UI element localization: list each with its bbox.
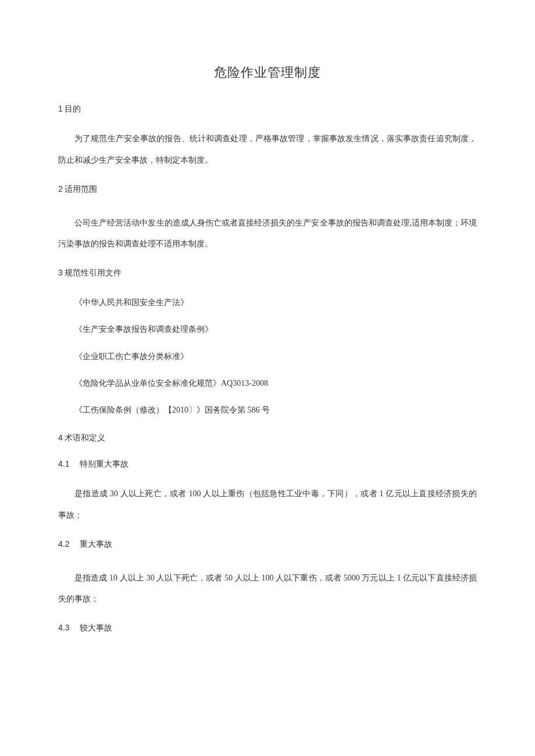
section-2-heading: 2 适用范围 <box>58 182 477 196</box>
section-1-label: 目的 <box>65 105 81 113</box>
section-3-heading: 3 规范性引用文件 <box>58 266 477 280</box>
section-4-number: 4 <box>58 433 63 442</box>
subsection-4-1-heading: 4.1 特别重大事故 <box>58 457 477 471</box>
subsection-4-3-label: 较大事故 <box>80 624 112 632</box>
document-title: 危险作业管理制度 <box>58 64 477 81</box>
subsection-4-3-heading: 4.3 较大事故 <box>58 621 477 635</box>
subsection-4-1-body: 是指造成 30 人以上死亡，或者 100 人以上重伤（包括急性工业中毒，下同），… <box>58 483 477 526</box>
reference-item: 《企业职工伤亡事故分类标准》 <box>58 350 477 363</box>
section-3-number: 3 <box>58 268 63 277</box>
section-3-label: 规范性引用文件 <box>65 268 122 277</box>
reference-item: 《生产安全事故报告和调查处理条例》 <box>58 323 477 336</box>
section-4-heading: 4 术语和定义 <box>58 431 477 445</box>
reference-item: 《工伤保险条例（修改）【2010〕》国务院令第 586 号 <box>58 404 477 417</box>
section-4-label: 术语和定义 <box>65 433 105 442</box>
subsection-4-2-body: 是指造成 10 人以上 30 人以下死亡，或者 50 人以上 100 人以下重伤… <box>58 568 477 610</box>
section-2-label: 适用范围 <box>65 185 97 194</box>
subsection-4-2-label: 重大事故 <box>80 540 112 549</box>
subsection-4-1-number: 4.1 <box>58 457 78 470</box>
section-2-body: 公司生产经营活动中发生的造成人身伤亡或者直接经济损失的生产安全事故的报告和调查处… <box>58 213 477 255</box>
subsection-4-2-heading: 4.2 重大事故 <box>58 538 477 551</box>
reference-item: 《危险化学品从业单位安全标准化规范》AQ3013-2008 <box>58 377 477 390</box>
section-1-body: 为了规范生产安全事故的报告、统计和调查处理，严格事故管理，掌握事故发生情况，落实… <box>58 128 477 171</box>
subsection-4-3-number: 4.3 <box>58 621 78 634</box>
subsection-4-2-number: 4.2 <box>58 538 78 550</box>
section-2-number: 2 <box>58 184 63 194</box>
section-1-heading: 1 目的 <box>58 102 477 116</box>
section-1-number: 1 <box>58 104 63 113</box>
subsection-4-1-label: 特别重大事故 <box>80 460 129 468</box>
reference-item: 《中华人民共和国安全生产法》 <box>58 296 477 309</box>
